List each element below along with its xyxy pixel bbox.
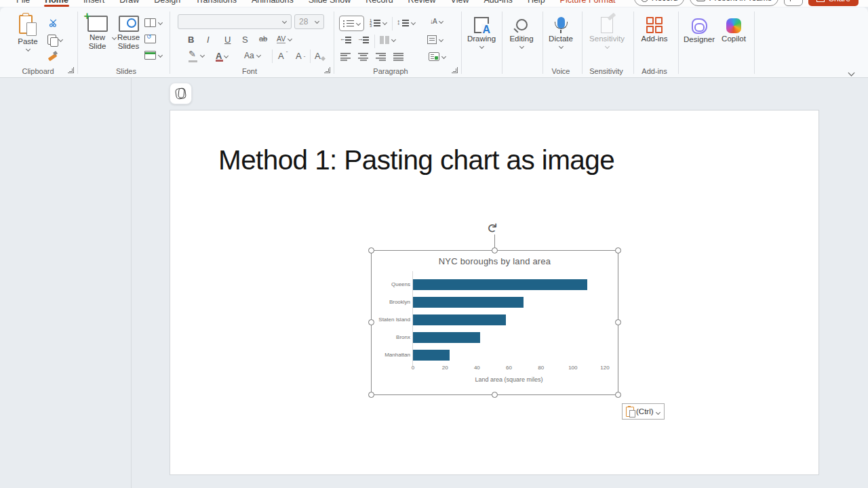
selection-handle-top-right[interactable] [615, 247, 621, 253]
section-button[interactable] [144, 51, 163, 60]
chart-selection[interactable]: ↻ NYC boroughs by land area QueensBrookl… [371, 250, 618, 395]
chevron-down-icon [158, 54, 163, 58]
share-button[interactable]: Share [808, 0, 859, 6]
format-painter-button[interactable] [47, 51, 58, 61]
paste-options-button[interactable]: (Ctrl) [622, 403, 665, 420]
text-shadow-button[interactable]: S [242, 35, 248, 45]
group-separator [633, 12, 634, 74]
italic-button[interactable]: I [207, 35, 210, 45]
menu-tab-file[interactable]: File [9, 0, 37, 7]
chevron-down-icon [519, 45, 524, 49]
menu-tab-animations[interactable]: Animations [245, 0, 300, 7]
justify-icon [393, 53, 403, 61]
character-spacing-button[interactable]: AV [277, 35, 292, 43]
selection-handle-top-left[interactable] [368, 247, 374, 253]
selection-handle-bottom-middle[interactable] [492, 392, 498, 398]
layout-button[interactable] [144, 18, 163, 27]
addins-button[interactable]: Add-ins [638, 17, 671, 43]
panel-divider[interactable] [131, 77, 132, 488]
align-text-button[interactable] [427, 35, 443, 44]
underline-button[interactable]: U [224, 35, 231, 45]
designer-icon [692, 18, 707, 34]
collapse-ribbon-button[interactable] [848, 70, 855, 76]
group-separator [502, 12, 502, 74]
align-left-icon [340, 53, 351, 61]
new-slide-button[interactable]: New Slide [82, 16, 113, 51]
group-separator [77, 12, 78, 74]
paragraph-dialog-launcher[interactable] [452, 67, 458, 73]
selection-handle-top-middle[interactable] [492, 247, 498, 253]
increase-indent-button[interactable] [358, 36, 369, 44]
slide-title[interactable]: Method 1: Pasting chart as image [218, 144, 614, 176]
menu-tab-add-ins[interactable]: Add-ins [477, 0, 519, 7]
selection-handle-bottom-left[interactable] [368, 392, 374, 398]
line-spacing-icon [397, 19, 409, 27]
numbering-button[interactable] [370, 19, 387, 27]
reuse-slides-button[interactable]: Reuse Slides [113, 16, 144, 51]
menu-tab-record[interactable]: Record [359, 0, 399, 7]
clipboard-dialog-launcher[interactable] [68, 67, 74, 73]
dictate-button[interactable]: Dictate [545, 17, 577, 49]
reset-button[interactable] [144, 35, 156, 43]
menu-tab-view[interactable]: View [444, 0, 476, 7]
font-name-combo[interactable] [178, 14, 292, 29]
font-color-button[interactable]: A [216, 51, 229, 61]
paragraph-group-label: Paragraph [373, 67, 408, 75]
copy-button[interactable] [47, 35, 63, 45]
share-icon [816, 0, 825, 2]
rotate-handle-icon[interactable]: ↻ [484, 223, 500, 234]
cut-button[interactable] [47, 18, 59, 28]
paste-button[interactable]: Paste [12, 14, 43, 52]
selection-handle-bottom-right[interactable] [615, 392, 621, 398]
reuse-slides-icon [119, 16, 139, 32]
decrease-indent-button[interactable] [340, 36, 351, 44]
record-button[interactable]: Record [634, 0, 685, 6]
chevron-down-icon [439, 38, 443, 42]
highlight-color-button[interactable] [189, 51, 205, 60]
menu-tab-design[interactable]: Design [147, 0, 187, 7]
group-separator [754, 12, 755, 74]
menu-tab-help[interactable]: Help [521, 0, 552, 7]
flag-button[interactable] [784, 0, 803, 6]
convert-to-smartart-button[interactable] [429, 52, 446, 61]
copilot-button[interactable]: Copilot [719, 18, 749, 43]
change-case-button[interactable]: Aa [244, 51, 261, 60]
drawing-button[interactable]: Drawing [465, 17, 498, 49]
menu-tab-insert[interactable]: Insert [77, 0, 111, 7]
align-left-button[interactable] [340, 53, 351, 61]
font-dialog-launcher[interactable] [324, 67, 330, 73]
format-painter-icon [47, 51, 58, 61]
justify-button[interactable] [393, 53, 403, 61]
sort-icon: ↓A [430, 18, 437, 25]
canvas-assistant-button[interactable] [170, 83, 192, 104]
chart-bar [413, 297, 524, 308]
menu-tab-review[interactable]: Review [401, 0, 443, 7]
columns-button[interactable] [380, 36, 396, 44]
increase-font-size-button[interactable]: Aˆ [278, 51, 288, 61]
bold-button[interactable]: B [188, 35, 194, 45]
chart-x-tick-label: 20 [442, 365, 448, 371]
chevron-down-icon [479, 45, 484, 49]
present-in-teams-button[interactable]: Present in Teams [690, 0, 778, 6]
menu-tab-home[interactable]: Home [38, 0, 75, 7]
align-center-button[interactable] [358, 53, 368, 61]
editing-button[interactable]: Editing [505, 19, 538, 49]
mini-separator [310, 49, 311, 63]
decrease-font-size-button[interactable]: Aˇ [296, 51, 305, 61]
designer-button[interactable]: Designer [682, 18, 716, 44]
menubar-right-buttons: Record Present in Teams Share [634, 0, 859, 7]
strikethrough-button[interactable]: ab [259, 35, 267, 43]
menu-tab-draw[interactable]: Draw [113, 0, 146, 7]
align-right-button[interactable] [376, 53, 386, 61]
font-size-combo[interactable]: 28 [294, 14, 324, 29]
copilot-icon [726, 18, 741, 33]
bullets-button[interactable] [339, 16, 364, 31]
menu-tab-picture-format[interactable]: Picture Format [553, 0, 623, 7]
menu-tab-transitions[interactable]: Transitions [189, 0, 243, 7]
chart-x-axis-label: Land area (square miles) [413, 376, 605, 383]
menu-tab-slide-show[interactable]: Slide Show [302, 0, 358, 7]
line-spacing-button[interactable] [397, 19, 416, 27]
clear-formatting-button[interactable]: A [315, 51, 325, 61]
eraser-icon [321, 56, 326, 61]
sort-text-direction-button[interactable]: ↓A [430, 18, 443, 25]
